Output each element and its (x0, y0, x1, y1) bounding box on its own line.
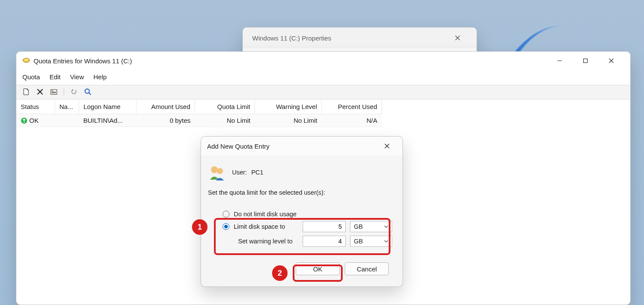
ok-button[interactable]: OK (296, 262, 340, 275)
user-label: User: (232, 169, 247, 176)
limit-unit-text: GB (354, 223, 363, 230)
user-value: PC1 (251, 169, 263, 176)
annotation-badge-1: 1 (192, 219, 207, 235)
minimize-button[interactable] (547, 52, 573, 70)
dialog-close-icon[interactable] (378, 137, 396, 155)
new-entry-icon[interactable] (22, 87, 31, 96)
cell-logon: BUILTIN\Ad... (79, 114, 136, 127)
maximize-button[interactable] (573, 52, 598, 70)
svg-point-12 (211, 166, 218, 173)
warning-level-row: Set warning level to GB (208, 234, 396, 249)
svg-rect-8 (52, 92, 56, 92)
cell-name (55, 114, 79, 127)
delete-icon[interactable] (35, 87, 45, 96)
dialog-title: Add New Quota Entry (207, 143, 269, 150)
option-no-limit[interactable]: Do not limit disk usage (208, 208, 396, 220)
svg-point-4 (24, 59, 29, 61)
svg-point-13 (217, 168, 223, 174)
option-limit[interactable]: Limit disk space to GB (208, 220, 396, 234)
warning-level-label: Set warning level to (234, 238, 298, 245)
menubar: Quota Edit View Help (16, 70, 630, 85)
close-button[interactable] (598, 52, 624, 70)
quota-app-icon (22, 56, 30, 65)
cell-percent: N/A (322, 114, 382, 127)
quota-table: Status Na... Logon Name Amount Used Quot… (16, 100, 382, 127)
svg-rect-5 (584, 59, 588, 63)
users-icon (208, 163, 226, 181)
close-icon[interactable] (445, 29, 471, 47)
cell-amount: 0 bytes (136, 114, 195, 127)
properties-title: Windows 11 (C:) Properties (252, 34, 331, 42)
toolbar-separator (64, 88, 64, 96)
col-amount[interactable]: Amount Used (136, 100, 195, 114)
status-text: OK (29, 117, 39, 124)
dialog-instruction: Set the quota limit for the selected use… (208, 189, 396, 196)
cell-limit: No Limit (195, 114, 255, 127)
find-icon[interactable] (83, 87, 93, 96)
radio-unchecked-icon (223, 211, 229, 218)
toolbar (16, 85, 630, 100)
option-limit-label: Limit disk space to (234, 223, 298, 230)
menu-quota[interactable]: Quota (22, 73, 40, 81)
col-warning[interactable]: Warning Level (255, 100, 322, 114)
limit-unit-select[interactable]: GB (350, 221, 392, 232)
menu-edit[interactable]: Edit (50, 73, 61, 81)
warning-unit-text: GB (354, 238, 363, 245)
svg-rect-9 (52, 93, 56, 93)
chevron-down-icon (384, 238, 388, 245)
col-limit[interactable]: Quota Limit (195, 100, 255, 114)
col-status[interactable]: Status (16, 100, 55, 114)
warning-value-input[interactable] (303, 236, 346, 247)
col-name[interactable]: Na... (55, 100, 79, 114)
svg-rect-7 (52, 90, 53, 91)
properties-icon[interactable] (49, 87, 59, 96)
menu-view[interactable]: View (70, 73, 84, 81)
quota-window-title: Quota Entries for Windows 11 (C:) (34, 57, 132, 65)
svg-point-10 (85, 89, 90, 93)
status-ok-icon (21, 117, 28, 124)
chevron-down-icon (384, 223, 388, 230)
undo-icon[interactable] (69, 87, 79, 96)
add-quota-entry-dialog: Add New Quota Entry User: PC1 Set the qu… (201, 136, 403, 287)
radio-checked-icon (223, 223, 229, 230)
cell-warning: No Limit (255, 114, 322, 127)
annotation-badge-2: 2 (272, 265, 288, 281)
option-no-limit-label: Do not limit disk usage (234, 211, 297, 218)
table-row[interactable]: OK BUILTIN\Ad... 0 bytes No Limit No Lim… (16, 114, 382, 127)
cancel-button[interactable]: Cancel (345, 262, 389, 275)
col-logon[interactable]: Logon Name (79, 100, 136, 114)
warning-unit-select[interactable]: GB (350, 236, 392, 247)
menu-help[interactable]: Help (93, 73, 107, 81)
col-percent[interactable]: Percent Used (322, 100, 382, 114)
limit-value-input[interactable] (303, 221, 346, 232)
